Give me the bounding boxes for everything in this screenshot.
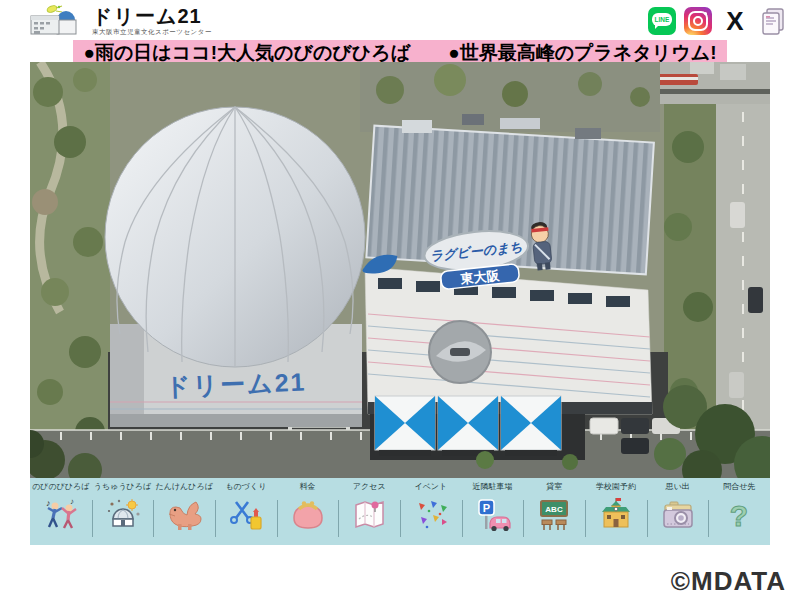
svg-text:ABC: ABC	[546, 505, 564, 514]
event-tents	[375, 396, 561, 456]
nav-item-toiawase[interactable]: 問合せ先 ?	[708, 478, 770, 545]
nav-item-uchu-hiroba[interactable]: うちゅうひろば	[92, 478, 154, 545]
nav-item-tanken-hiroba[interactable]: たんけんひろば	[153, 478, 215, 545]
nav-label: 問合せ先	[723, 481, 755, 493]
social-links: LINE X	[648, 6, 788, 36]
nav-item-event[interactable]: イベント	[400, 478, 462, 545]
nav-item-nobinobi-hiroba[interactable]: のびのびひろば ♪♪	[30, 478, 92, 545]
nav-label: のびのびひろば	[32, 481, 89, 493]
documents-icon[interactable]	[758, 6, 788, 36]
header: ドリーム21 東大阪市立児童文化スポーツセンター LINE X	[0, 0, 800, 40]
planetarium-icon	[104, 495, 142, 535]
nav-label: たんけんひろば	[156, 481, 213, 493]
parking-icon: P	[474, 495, 512, 535]
nav-label: 料金	[300, 481, 316, 493]
classroom-icon: ABC	[535, 495, 573, 535]
nav-label: ものづくり	[225, 481, 266, 493]
school-icon	[597, 495, 635, 535]
dome-building-name: ドリーム21	[164, 368, 306, 401]
nav-label: 学校園予約	[596, 481, 636, 493]
nav-label: 貸室	[546, 481, 562, 493]
nav-item-ryokin[interactable]: 料金	[277, 478, 339, 545]
svg-text:♪: ♪	[46, 498, 51, 508]
nav-item-kashishitsu[interactable]: 貸室 ABC	[523, 478, 585, 545]
aerial-photo-illustration: ドリーム21 ラグビーのまち 東大阪	[30, 62, 770, 478]
nav-label: 思い出	[665, 481, 689, 493]
nav-item-omoide[interactable]: 思い出	[647, 478, 709, 545]
hero-photo: ドリーム21 ラグビーのまち 東大阪	[30, 62, 770, 478]
nav-item-parking[interactable]: 近隣駐車場 P	[462, 478, 524, 545]
x-twitter-icon[interactable]: X	[720, 6, 750, 36]
site-subtitle: 東大阪市立児童文化スポーツセンター	[92, 28, 212, 37]
camera-icon	[659, 495, 697, 535]
dinosaur-icon	[165, 495, 203, 535]
svg-text:P: P	[482, 502, 489, 514]
bottom-nav: のびのびひろば ♪♪ うちゅうひろば	[30, 478, 770, 545]
scissors-glue-icon	[227, 495, 265, 535]
site-logo[interactable]: ドリーム21 東大阪市立児童文化スポーツセンター	[28, 3, 212, 39]
dream21-building-logo-icon	[28, 3, 84, 39]
map-icon	[350, 495, 388, 535]
confetti-icon	[412, 495, 450, 535]
nav-label: アクセス	[353, 481, 386, 493]
site-title: ドリーム21	[92, 5, 212, 27]
nav-label: うちゅうひろば	[94, 481, 151, 493]
logo-text: ドリーム21 東大阪市立児童文化スポーツセンター	[92, 5, 212, 37]
nav-item-monodukuri[interactable]: ものづくり	[215, 478, 277, 545]
coin-purse-icon	[289, 495, 327, 535]
nav-label: 近隣駐車場	[473, 481, 513, 493]
instagram-icon[interactable]	[684, 7, 712, 35]
question-icon: ?	[720, 495, 758, 535]
svg-text:♪: ♪	[70, 497, 74, 506]
line-icon[interactable]: LINE	[648, 7, 676, 35]
dancing-kids-icon: ♪♪	[42, 495, 80, 535]
nav-item-gakkoen-yoyaku[interactable]: 学校園予約	[585, 478, 647, 545]
nav-label: イベント	[414, 481, 447, 493]
svg-text:?: ?	[730, 499, 748, 532]
copyright-text: ©MDATA	[671, 566, 786, 597]
nav-item-access[interactable]: アクセス	[338, 478, 400, 545]
